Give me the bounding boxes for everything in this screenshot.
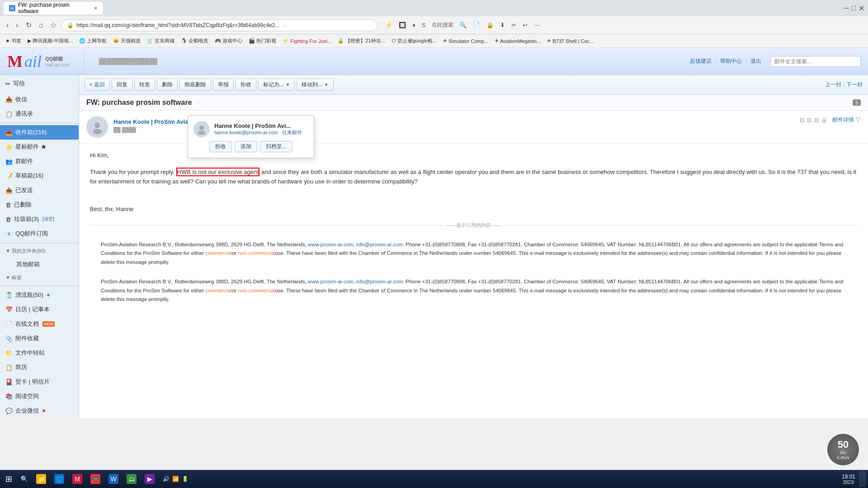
taskbar-search-button[interactable]: 🔍 bbox=[17, 474, 32, 484]
mail-search[interactable] bbox=[770, 56, 861, 67]
next-email-button[interactable]: 下一封 bbox=[846, 81, 863, 89]
other-mailbox[interactable]: 其他邮箱 bbox=[0, 257, 79, 272]
sidebar-item-calendar[interactable]: 📅 日历 | 记事本 bbox=[0, 302, 79, 317]
footer-link-1[interactable]: www.prosim-ar.com bbox=[308, 242, 353, 247]
sidebar-item-spam[interactable]: 🗑 垃圾箱(3) [清空] bbox=[0, 212, 79, 226]
sidebar-item-drafts[interactable]: 📝 草稿箱(16) bbox=[0, 169, 79, 183]
forward-button[interactable]: › bbox=[13, 19, 21, 31]
feedback-link[interactable]: 反馈建议 bbox=[690, 57, 712, 65]
sidebar-item-cards[interactable]: 🎴 贺卡 | 明信片 bbox=[0, 375, 79, 389]
extension-icon-4[interactable]: 🔍 bbox=[457, 20, 469, 30]
sidebar-item-inbox-folder[interactable]: 📥 收件箱(216) bbox=[0, 125, 79, 140]
bookmark-item-13[interactable]: ✈ B737 Shell | Coc... bbox=[544, 37, 596, 45]
sidebar-item-subscription[interactable]: 📧 QQ邮件订阅 bbox=[0, 226, 79, 241]
sidebar-item-contacts[interactable]: 📋 通讯录 bbox=[0, 107, 79, 121]
help-link[interactable]: 帮助中心 bbox=[720, 57, 742, 65]
report-button[interactable]: 举报 bbox=[213, 79, 234, 91]
reply-button[interactable]: 回复 bbox=[112, 79, 132, 91]
sidebar-item-drift-bottle[interactable]: 🫙 漂流瓶(50) bbox=[0, 288, 79, 302]
address-bar[interactable]: 🔒 https://mail.qq.com/cgi-bin/frame_html… bbox=[61, 19, 377, 31]
sidebar-item-deleted[interactable]: 🗑 已删除 bbox=[0, 197, 79, 212]
hover-send-to[interactable]: 往来邮件 bbox=[282, 130, 302, 135]
hover-reject-button[interactable]: 拒收 bbox=[209, 141, 232, 152]
compose-button[interactable]: ✏ 写信 bbox=[0, 75, 79, 92]
back-to-list-button[interactable]: « 返回 bbox=[85, 79, 110, 91]
home-button[interactable]: ⌂ bbox=[36, 19, 46, 31]
prev-email-button[interactable]: 上一封 bbox=[825, 81, 841, 89]
email-detail-button[interactable]: 邮件详情 ▽ bbox=[832, 116, 861, 124]
print-icon[interactable]: 🖨 bbox=[821, 117, 827, 123]
bookmark-page-button[interactable]: ☆ bbox=[47, 19, 59, 31]
delete-all-button[interactable]: 彻底删除 bbox=[179, 79, 211, 91]
taskbar-app1-button[interactable]: 🗂 bbox=[123, 472, 140, 486]
start-button[interactable]: ⊞ bbox=[2, 472, 16, 486]
bookmark-item-11[interactable]: ✈ Simulator Comp... bbox=[440, 37, 491, 45]
sidebar-item-group[interactable]: 👥 群邮件 bbox=[0, 154, 79, 169]
hover-archive-button[interactable]: 归档至... bbox=[260, 141, 292, 152]
taskbar-word-button[interactable]: W bbox=[105, 472, 122, 486]
bookmark-item-7[interactable]: 🎬 热门影视 bbox=[246, 37, 279, 45]
sidebar-other-mailbox[interactable]: 其他邮箱 bbox=[11, 257, 79, 272]
search-icon-btn[interactable]: S bbox=[420, 20, 428, 30]
sidebar-item-attachments[interactable]: 📎 附件收藏 bbox=[0, 331, 79, 346]
sidebar-item-inbox[interactable]: 📥 收信 bbox=[0, 92, 79, 107]
taskbar-mail-button[interactable]: M bbox=[69, 472, 86, 486]
delete-button[interactable]: 删除 bbox=[157, 79, 178, 91]
extension-icon-6[interactable]: 🔒 bbox=[484, 20, 496, 30]
back-button[interactable]: ‹ bbox=[4, 19, 11, 31]
extension-icon-9[interactable]: ↩ bbox=[520, 20, 530, 30]
footer-link-2[interactable]: info@prosim-ar.com bbox=[356, 242, 403, 247]
extension-icon-3[interactable]: ♦ bbox=[410, 20, 418, 30]
bookmark-item-12[interactable]: ✈ AviationMegasto... bbox=[492, 37, 543, 45]
window-maximize-button[interactable]: □ bbox=[851, 4, 856, 13]
mark-as-button[interactable]: 标记为... ▼ bbox=[258, 79, 295, 91]
extension-icon-7[interactable]: ⬇ bbox=[498, 20, 507, 30]
taskbar-browser-button[interactable]: 🌐 bbox=[51, 472, 68, 486]
move-to-button[interactable]: 移动到... ▼ bbox=[297, 79, 333, 91]
extension-icon-8[interactable]: ✂ bbox=[509, 20, 519, 30]
action-icon-3[interactable]: ⊡ bbox=[814, 117, 819, 123]
footer-link-3[interactable]: www.prosim-ar.com bbox=[308, 279, 353, 284]
taskbar-game-button[interactable]: 🎮 bbox=[87, 472, 104, 486]
taskbar-app2-button[interactable]: ▶ bbox=[141, 472, 158, 486]
extension-icon-2[interactable]: 🔲 bbox=[396, 20, 408, 30]
sidebar-item-sent[interactable]: 📤 已发送 bbox=[0, 183, 79, 197]
logout-link[interactable]: 退出 bbox=[750, 57, 761, 65]
search-input[interactable] bbox=[770, 56, 861, 67]
sidebar-item-enterprise-wechat[interactable]: 💬 企业微信 bbox=[0, 404, 79, 418]
bookmark-item-10[interactable]: 🛡 防止被google检... bbox=[389, 37, 439, 45]
sidebar-item-starred[interactable]: ⭐ 星标邮件 ★ bbox=[0, 140, 79, 154]
taskbar-file-explorer-button[interactable]: 📁 bbox=[33, 472, 50, 486]
footer-link-4[interactable]: info@prosim-ar.com bbox=[356, 279, 403, 284]
sidebar-item-online-docs[interactable]: 📄 在线文档 NEW bbox=[0, 317, 79, 331]
bookmark-item-4[interactable]: 🛒 京东商城 bbox=[144, 37, 177, 45]
bookmark-item-1[interactable]: ▶ 腾讯视频·中国领... bbox=[25, 37, 75, 45]
bookmark-item-0[interactable]: ★ 书签 bbox=[3, 37, 24, 45]
action-icon-2[interactable]: ⊡ bbox=[807, 117, 811, 123]
floating-widget[interactable]: 50 0%0.4%/s bbox=[827, 434, 859, 465]
sidebar-tags[interactable]: ▼ 标签 bbox=[0, 272, 79, 284]
hover-add-button[interactable]: 添加 bbox=[235, 141, 257, 152]
extension-icon-5[interactable]: 📄 bbox=[471, 20, 482, 30]
forward-button[interactable]: 转发 bbox=[134, 79, 155, 91]
more-menu-button[interactable]: ⋯ bbox=[532, 20, 542, 30]
action-icon-1[interactable]: ⊡ bbox=[800, 117, 804, 123]
sidebar-my-folders[interactable]: ▼ 我的文件夹(90) bbox=[0, 245, 79, 257]
sidebar-item-resume[interactable]: 📋 简历 bbox=[0, 360, 79, 375]
sidebar-item-reading[interactable]: 📚 阅读空间 bbox=[0, 389, 79, 404]
refresh-button[interactable]: ↻ bbox=[23, 19, 34, 31]
window-minimize-button[interactable]: ─ bbox=[844, 4, 849, 13]
hover-email-link[interactable]: hanne.koole@prosim-ar.com bbox=[214, 130, 278, 135]
bookmark-item-8[interactable]: ⚡ Fighting For Just... bbox=[280, 37, 334, 45]
spam-clear-btn[interactable]: [清空] bbox=[42, 216, 54, 222]
bookmark-item-2[interactable]: 🌐 上网导航 bbox=[76, 37, 109, 45]
window-close-button[interactable]: ✕ bbox=[859, 4, 864, 13]
extension-icon-1[interactable]: ⚡ bbox=[383, 20, 395, 30]
bookmark-item-6[interactable]: 🎮 游戏中心 bbox=[212, 37, 245, 45]
browser-tab[interactable]: M FW: purchase prosim software ✕ bbox=[4, 2, 103, 14]
bookmark-item-3[interactable]: 🐱 天猫精选 bbox=[110, 37, 143, 45]
tab-close-button[interactable]: ✕ bbox=[94, 5, 98, 11]
sidebar-item-file-center[interactable]: 📁 文件中转站 bbox=[0, 346, 79, 360]
bookmark-item-9[interactable]: 🔒 【绝密】21种谷... bbox=[335, 37, 387, 45]
bookmark-item-5[interactable]: 🐧 企鹅电竞 bbox=[178, 37, 211, 45]
